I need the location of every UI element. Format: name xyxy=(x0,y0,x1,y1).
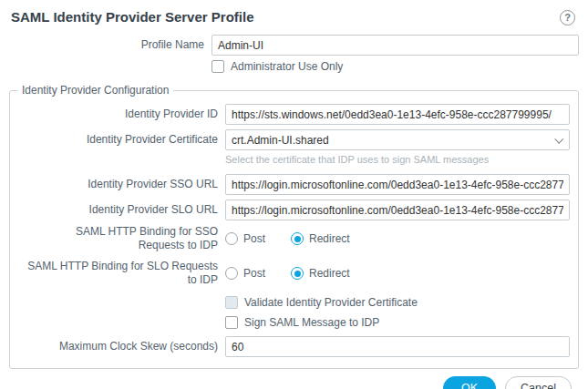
sso-binding-redirect-label: Redirect xyxy=(309,232,350,245)
validate-cert-row: Validate Identity Provider Certificate xyxy=(18,296,570,309)
dialog-header: SAML Identity Provider Server Profile ? xyxy=(9,9,579,26)
validate-idp-certificate-checkbox: Validate Identity Provider Certificate xyxy=(225,296,570,309)
idp-id-row: Identity Provider ID xyxy=(18,104,570,125)
slo-binding-label: SAML HTTP Binding for SLO Requests to ID… xyxy=(18,260,225,287)
slo-binding-redirect-radio[interactable]: Redirect xyxy=(291,267,350,280)
administrator-use-only-label: Administrator Use Only xyxy=(231,60,343,73)
slo-binding-post-label: Post xyxy=(243,267,265,280)
help-icon[interactable]: ? xyxy=(560,10,575,26)
idp-certificate-hint: Select the certificate that IDP uses to … xyxy=(225,154,570,165)
radio-icon xyxy=(291,267,304,280)
radio-icon xyxy=(291,232,304,245)
idp-id-label: Identity Provider ID xyxy=(18,107,225,121)
radio-icon xyxy=(225,232,238,245)
chevron-down-icon xyxy=(554,135,563,144)
idp-certificate-value: crt.Admin-UI.shared xyxy=(232,134,329,147)
checkbox-icon xyxy=(211,60,224,73)
ok-button[interactable]: OK xyxy=(443,376,496,389)
idp-sso-url-label: Identity Provider SSO URL xyxy=(18,178,225,191)
sign-saml-message-checkbox[interactable]: Sign SAML Message to IDP xyxy=(225,316,570,329)
idp-slo-url-input[interactable] xyxy=(225,200,570,220)
idp-id-input[interactable] xyxy=(225,104,570,125)
idp-slo-url-row: Identity Provider SLO URL xyxy=(18,200,570,220)
slo-binding-post-radio[interactable]: Post xyxy=(225,267,265,280)
clock-skew-input[interactable] xyxy=(225,336,570,357)
dialog-title: SAML Identity Provider Server Profile xyxy=(9,9,253,25)
idp-certificate-select[interactable]: crt.Admin-UI.shared xyxy=(225,129,570,150)
sign-saml-message-label: Sign SAML Message to IDP xyxy=(244,316,379,329)
slo-binding-redirect-label: Redirect xyxy=(309,267,350,280)
profile-name-input[interactable] xyxy=(211,35,579,56)
slo-binding-row: SAML HTTP Binding for SLO Requests to ID… xyxy=(18,260,570,287)
idp-certificate-row: Identity Provider Certificate crt.Admin-… xyxy=(18,129,570,150)
administrator-use-only-checkbox[interactable]: Administrator Use Only xyxy=(211,60,579,73)
idp-certificate-hint-row: Select the certificate that IDP uses to … xyxy=(18,152,570,174)
checkbox-icon xyxy=(225,296,238,309)
idp-sso-url-input[interactable] xyxy=(225,174,570,195)
sso-binding-redirect-radio[interactable]: Redirect xyxy=(291,232,350,245)
dialog-footer: OK Cancel xyxy=(9,369,579,389)
saml-idp-profile-dialog: SAML Identity Provider Server Profile ? … xyxy=(0,0,588,389)
sso-binding-post-label: Post xyxy=(243,232,265,245)
clock-skew-row: Maximum Clock Skew (seconds) xyxy=(18,336,570,357)
idp-slo-url-label: Identity Provider SLO URL xyxy=(18,203,225,217)
profile-name-row: Profile Name xyxy=(9,35,579,56)
sign-saml-row: Sign SAML Message to IDP xyxy=(18,316,570,329)
sso-binding-label: SAML HTTP Binding for SSO Requests to ID… xyxy=(18,225,225,252)
sso-binding-post-radio[interactable]: Post xyxy=(225,232,265,245)
cancel-button[interactable]: Cancel xyxy=(505,376,572,389)
validate-idp-certificate-label: Validate Identity Provider Certificate xyxy=(244,296,418,309)
identity-provider-configuration-legend: Identity Provider Configuration xyxy=(17,84,173,97)
identity-provider-configuration-group: Identity Provider Configuration Identity… xyxy=(9,90,579,369)
idp-certificate-label: Identity Provider Certificate xyxy=(18,133,225,147)
profile-name-label: Profile Name xyxy=(9,38,211,52)
admin-only-row: Administrator Use Only xyxy=(9,60,579,73)
slo-binding-options: Post Redirect xyxy=(225,267,570,280)
checkbox-icon xyxy=(225,316,238,329)
idp-sso-url-row: Identity Provider SSO URL xyxy=(18,174,570,195)
sso-binding-row: SAML HTTP Binding for SSO Requests to ID… xyxy=(18,225,570,252)
sso-binding-options: Post Redirect xyxy=(225,232,570,245)
clock-skew-label: Maximum Clock Skew (seconds) xyxy=(18,340,225,353)
radio-icon xyxy=(225,267,238,280)
